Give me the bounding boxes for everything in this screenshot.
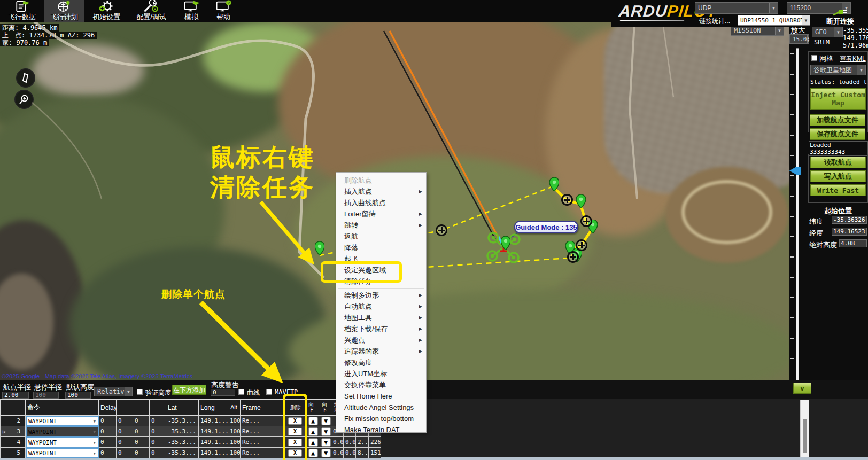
cell-p2[interactable]: 0 xyxy=(117,426,133,437)
home-lng-input[interactable]: 149.16523 xyxy=(832,228,867,236)
write-wps-button[interactable]: 写入航点 xyxy=(810,170,866,182)
menu-item-map-tool[interactable]: 地图工具 xyxy=(336,312,426,323)
load-wp-file-button[interactable]: 加载航点文件 xyxy=(810,114,865,126)
tab-flight-plan[interactable]: 飞行计划 xyxy=(44,0,84,22)
save-wp-file-button[interactable]: 保存航点文件 xyxy=(810,128,865,140)
menu-item-change-alt[interactable]: 修改高度 xyxy=(336,357,426,368)
tab-help[interactable]: ? 帮助 xyxy=(208,0,238,22)
cell-p3[interactable]: 0 xyxy=(133,416,150,426)
chevron-down-icon[interactable]: ▼ xyxy=(769,3,778,13)
cell-p3[interactable]: 0 xyxy=(133,448,150,458)
delete-row-button[interactable]: X xyxy=(288,449,302,457)
disconnect-button[interactable]: 断开连接 xyxy=(813,7,867,26)
menu-item-fix-mission[interactable]: Fix mission top/bottom xyxy=(336,413,426,424)
menu-item-jump[interactable]: 跳转 xyxy=(336,220,426,231)
waypoint-pin[interactable] xyxy=(315,241,324,255)
chevron-down-icon[interactable]: ▼ xyxy=(857,65,865,75)
delete-row-button[interactable]: X xyxy=(288,428,302,435)
menu-item-altitude-angel[interactable]: Altitude Angel Settings xyxy=(336,402,426,413)
home-alt-input[interactable]: 4.08 xyxy=(839,239,867,247)
cell-p2[interactable]: 0 xyxy=(117,416,133,426)
cell-p3[interactable]: 0 xyxy=(133,437,150,448)
cell-alt[interactable]: 100 xyxy=(229,416,241,426)
menu-item-clear-mission[interactable]: 清除任务 xyxy=(336,276,426,287)
move-up-button[interactable]: ▲ xyxy=(308,427,318,436)
menu-item-insert-wp[interactable]: 插入航点 xyxy=(336,186,426,197)
mavftp-checkbox[interactable] xyxy=(266,389,272,395)
menu-item-takeoff[interactable]: 起飞 xyxy=(336,253,426,264)
loiter-radius-input[interactable]: 100 xyxy=(33,392,59,399)
cell-delay[interactable]: 0 xyxy=(99,437,117,448)
chevron-down-icon[interactable]: ▼ xyxy=(834,27,842,37)
link-stats-link[interactable]: 链接统计... xyxy=(699,17,730,26)
spline-checkbox[interactable] xyxy=(238,389,244,395)
wp-radius-marker[interactable] xyxy=(436,224,447,236)
cell-long[interactable]: 149.1... xyxy=(199,416,229,426)
menu-item-make-terrain-dat[interactable]: Make Terrain DAT xyxy=(336,424,426,435)
table-scrollbar[interactable] xyxy=(800,400,809,457)
write-fast-button[interactable]: Write Fast xyxy=(810,184,866,196)
cell-lat[interactable]: -35.3... xyxy=(166,437,199,448)
cell-long[interactable]: 149.1... xyxy=(199,448,229,458)
cell-alt[interactable]: 100 xyxy=(229,448,241,458)
menu-item-draw-polygon[interactable]: 绘制多边形 xyxy=(336,290,426,301)
view-kml-link[interactable]: 查看KML xyxy=(840,54,866,64)
cell-lat[interactable]: -35.3... xyxy=(166,426,199,437)
cell-p2[interactable]: 0 xyxy=(117,437,133,448)
move-up-button[interactable]: ▲ xyxy=(308,438,318,447)
verify-alt-checkbox[interactable] xyxy=(137,389,143,395)
move-up-button[interactable]: ▲ xyxy=(308,417,318,425)
panel-collapse-button[interactable]: v xyxy=(793,383,811,394)
menu-item-land[interactable]: 降落 xyxy=(336,242,426,253)
cell-p4[interactable]: 0 xyxy=(150,426,166,437)
read-wps-button[interactable]: 读取航点 xyxy=(810,157,866,168)
menu-item-enter-utm[interactable]: 进入UTM坐标 xyxy=(336,368,426,379)
cell-p3[interactable]: 0 xyxy=(133,426,150,437)
cell-frame[interactable]: Re... xyxy=(241,448,283,458)
cell-p4[interactable]: 0 xyxy=(150,448,166,458)
command-select[interactable]: WAYPOINT▾ xyxy=(26,448,99,458)
spinner-up-down-icon[interactable]: ▲▼ xyxy=(807,35,810,43)
tab-simulation[interactable]: 模拟 xyxy=(176,0,206,22)
zoom-slider-handle[interactable] xyxy=(789,167,801,175)
mission-mode-select[interactable]: MISSION ▼ xyxy=(731,25,784,36)
menu-item-swap-dock[interactable]: 交换停靠菜单 xyxy=(336,379,426,391)
cell-p2[interactable]: 0 xyxy=(117,448,133,458)
menu-item-tracker-home[interactable]: 追踪器的家 xyxy=(336,346,426,357)
cell-long[interactable]: 149.1... xyxy=(199,426,229,437)
zoom-slider-track[interactable] xyxy=(796,48,799,380)
alt-frame-select[interactable]: Relative ▼ xyxy=(94,387,133,396)
scrollbar-thumb[interactable] xyxy=(803,419,807,453)
menu-item-file-load-save[interactable]: 档案下载/保存 xyxy=(336,323,426,334)
command-select[interactable]: WAYPOINT▾ xyxy=(26,416,99,426)
menu-item-set-roi[interactable]: 设定兴趣区域 xyxy=(336,264,426,276)
cell-frame[interactable]: Re... xyxy=(241,437,283,448)
tab-flight-data[interactable]: 飞行数据 xyxy=(1,0,43,22)
cell-lat[interactable]: -35.3... xyxy=(166,416,199,426)
menu-item-loiter[interactable]: Loiter留待 xyxy=(336,208,426,220)
waypoint-pin[interactable] xyxy=(549,177,559,191)
menu-item-rtl[interactable]: 返航 xyxy=(336,231,426,242)
delete-row-button[interactable]: X xyxy=(288,417,302,425)
cell-frame[interactable]: Re... xyxy=(241,426,283,437)
zoom-level-spinner[interactable]: 15.0 ▲▼ xyxy=(789,34,809,44)
move-up-button[interactable]: ▲ xyxy=(308,449,318,457)
cell-p4[interactable]: 0 xyxy=(150,416,166,426)
cell-lat[interactable]: -35.3... xyxy=(166,448,199,458)
map-source-select[interactable]: 谷歌卫星地图 ▼ xyxy=(810,65,866,75)
default-alt-input[interactable]: 100 xyxy=(65,392,91,399)
waypoint-pin[interactable] xyxy=(576,194,586,208)
tab-config-tuning[interactable]: 配置/调试 xyxy=(128,0,174,22)
port-select[interactable]: UDP14550-1-QUADROT ▼ xyxy=(738,15,810,26)
cell-delay[interactable]: 0 xyxy=(99,448,117,458)
cell-alt[interactable]: 100 xyxy=(229,426,241,437)
menu-item-set-home-here[interactable]: Set Home Here xyxy=(336,391,426,402)
delete-row-button[interactable]: X xyxy=(288,439,302,446)
grid-checkbox[interactable] xyxy=(811,55,817,61)
move-down-button[interactable]: ▼ xyxy=(321,417,331,425)
cell-p4[interactable]: 0 xyxy=(150,437,166,448)
cell-frame[interactable]: Re... xyxy=(241,416,283,426)
home-lat-input[interactable]: -35.36326 xyxy=(832,216,867,224)
command-select[interactable]: WAYPOINT▾ xyxy=(26,437,99,448)
wp-radius-marker[interactable] xyxy=(580,215,592,227)
